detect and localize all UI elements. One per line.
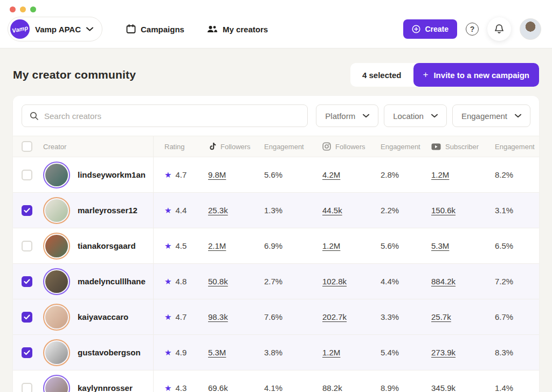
col-tiktok-engagement: Engagement bbox=[264, 143, 322, 151]
rating-cell: ★ 4.7 bbox=[153, 157, 208, 192]
platform-dropdown[interactable]: Platform bbox=[316, 104, 378, 127]
vamp-logo: Vamp bbox=[10, 19, 30, 39]
table-row[interactable]: tianakorsgaard ★ 4.5 2.1M 6.9% 1.2M 5.6%… bbox=[13, 228, 539, 264]
creator-avatar bbox=[43, 197, 70, 224]
row-checkbox[interactable] bbox=[22, 383, 32, 392]
youtube-subscribers-link[interactable]: 150.6k bbox=[431, 206, 456, 215]
nav-campaigns[interactable]: Campaigns bbox=[126, 24, 184, 34]
help-icon[interactable]: ? bbox=[466, 23, 479, 36]
youtube-subscribers-link[interactable]: 25.7k bbox=[431, 312, 451, 321]
tiktok-followers-link[interactable]: 9.8M bbox=[208, 170, 226, 179]
user-avatar[interactable] bbox=[520, 18, 541, 40]
row-checkbox[interactable] bbox=[22, 170, 32, 180]
tiktok-followers-link[interactable]: 25.3k bbox=[208, 206, 228, 215]
search-box[interactable] bbox=[22, 104, 308, 127]
col-youtube-engagement: Engagement bbox=[495, 143, 539, 151]
rating-cell: ★ 4.8 bbox=[153, 264, 208, 299]
row-checkbox[interactable] bbox=[22, 312, 32, 323]
instagram-engagement-value: 5.4% bbox=[381, 348, 431, 357]
nav-my-creators[interactable]: My creators bbox=[207, 25, 268, 34]
rating-cell: ★ 4.3 bbox=[153, 370, 208, 392]
youtube-engagement-value: 6.5% bbox=[495, 241, 539, 250]
selection-cluster: 4 selected + Invite to a new campaign bbox=[350, 63, 539, 87]
youtube-engagement-value: 6.7% bbox=[495, 312, 539, 321]
table-row[interactable]: madelynculllhane ★ 4.8 50.8k 2.7% 102.8k… bbox=[13, 264, 539, 299]
instagram-followers-link[interactable]: 202.7k bbox=[322, 312, 347, 321]
traffic-light-minimize[interactable] bbox=[20, 6, 26, 12]
instagram-followers-link[interactable]: 1.2M bbox=[322, 241, 340, 250]
tiktok-engagement-value: 7.6% bbox=[264, 312, 322, 321]
row-checkbox[interactable] bbox=[22, 347, 32, 358]
creator-username: kaylynnrosser bbox=[78, 383, 133, 392]
search-icon bbox=[30, 111, 39, 121]
col-instagram-engagement: Engagement bbox=[381, 143, 431, 151]
youtube-subscribers-link[interactable]: 5.3M bbox=[431, 241, 449, 250]
tiktok-engagement-value: 6.9% bbox=[264, 241, 322, 250]
workspace-name: Vamp APAC bbox=[35, 25, 81, 34]
instagram-followers-link[interactable]: 1.2M bbox=[322, 348, 340, 357]
youtube-engagement-value: 7.2% bbox=[495, 277, 539, 286]
star-icon: ★ bbox=[164, 277, 171, 285]
tiktok-engagement-value: 3.8% bbox=[264, 348, 322, 357]
create-button[interactable]: Create bbox=[403, 19, 457, 39]
col-instagram-followers: Followers bbox=[322, 142, 381, 151]
rating-cell: ★ 4.9 bbox=[153, 335, 208, 370]
instagram-engagement-value: 5.6% bbox=[381, 241, 431, 250]
traffic-light-zoom[interactable] bbox=[30, 6, 36, 12]
tiktok-followers-link[interactable]: 98.3k bbox=[208, 312, 228, 321]
search-input[interactable] bbox=[44, 111, 300, 121]
youtube-subscribers-link[interactable]: 273.9k bbox=[431, 348, 456, 357]
table-row[interactable]: kaiyavaccaro ★ 4.7 98.3k 7.6% 202.7k 3.3… bbox=[13, 299, 539, 335]
notifications-button[interactable] bbox=[487, 17, 511, 41]
youtube-icon bbox=[431, 143, 441, 150]
youtube-subscribers-link[interactable]: 1.2M bbox=[431, 170, 449, 179]
rating-cell: ★ 4.4 bbox=[153, 193, 208, 228]
instagram-engagement-value: 8.9% bbox=[381, 383, 431, 392]
col-tiktok-followers: Followers bbox=[208, 142, 264, 151]
engagement-dropdown[interactable]: Engagement bbox=[452, 104, 530, 127]
youtube-subscribers-link[interactable]: 345.9k bbox=[431, 383, 456, 392]
instagram-followers-link[interactable]: 44.5k bbox=[322, 206, 342, 215]
creator-table-card: Platform Location Engagement Creator Rat… bbox=[13, 96, 539, 392]
chevron-down-icon bbox=[86, 27, 93, 31]
rating-cell: ★ 4.7 bbox=[153, 299, 208, 334]
row-checkbox[interactable] bbox=[22, 241, 32, 251]
instagram-followers-link[interactable]: 88.2k bbox=[322, 383, 342, 392]
tiktok-icon bbox=[208, 142, 216, 151]
traffic-lights bbox=[8, 5, 541, 17]
star-icon: ★ bbox=[164, 348, 171, 356]
creator-username: madelynculllhane bbox=[78, 277, 146, 286]
tiktok-followers-link[interactable]: 5.3M bbox=[208, 348, 226, 357]
selected-count-badge: 4 selected bbox=[350, 71, 413, 80]
instagram-engagement-value: 2.8% bbox=[381, 170, 431, 179]
col-rating: Rating bbox=[153, 136, 208, 157]
instagram-followers-link[interactable]: 102.8k bbox=[322, 277, 347, 286]
row-checkbox[interactable] bbox=[22, 205, 32, 216]
traffic-light-close[interactable] bbox=[10, 6, 16, 12]
tiktok-engagement-value: 2.7% bbox=[264, 277, 322, 286]
topbar: Vamp Vamp APAC Campaigns My bbox=[0, 0, 552, 48]
row-checkbox[interactable] bbox=[22, 276, 32, 287]
tiktok-followers-link[interactable]: 69.6k bbox=[208, 383, 228, 392]
tiktok-followers-link[interactable]: 2.1M bbox=[208, 241, 226, 250]
table-body: lindseyworkm1an ★ 4.7 9.8M 5.6% 4.2M 2.8… bbox=[13, 157, 539, 392]
rating-cell: ★ 4.5 bbox=[153, 228, 208, 263]
table-row[interactable]: kaylynnrosser ★ 4.3 69.6k 4.1% 88.2k 8.9… bbox=[13, 370, 539, 392]
calendar-icon bbox=[126, 24, 136, 34]
instagram-followers-link[interactable]: 4.2M bbox=[322, 170, 340, 179]
table-row[interactable]: marleyrosser12 ★ 4.4 25.3k 1.3% 44.5k 2.… bbox=[13, 193, 539, 228]
invite-to-campaign-button[interactable]: + Invite to a new campaign bbox=[413, 63, 539, 87]
tiktok-followers-link[interactable]: 50.8k bbox=[208, 277, 228, 286]
table-row[interactable]: lindseyworkm1an ★ 4.7 9.8M 5.6% 4.2M 2.8… bbox=[13, 157, 539, 193]
col-youtube-subscribers: Subscriber bbox=[431, 143, 495, 151]
chevron-down-icon bbox=[515, 114, 521, 118]
instagram-icon bbox=[322, 142, 331, 151]
workspace-switcher[interactable]: Vamp Vamp APAC bbox=[8, 17, 102, 41]
location-dropdown[interactable]: Location bbox=[384, 104, 447, 127]
select-all-checkbox[interactable] bbox=[22, 141, 32, 152]
star-icon: ★ bbox=[164, 242, 171, 250]
youtube-subscribers-link[interactable]: 884.2k bbox=[431, 277, 456, 286]
plus-icon: + bbox=[423, 69, 429, 80]
instagram-engagement-value: 2.2% bbox=[381, 206, 431, 215]
table-row[interactable]: gustavobergson ★ 4.9 5.3M 3.8% 1.2M 5.4%… bbox=[13, 335, 539, 370]
